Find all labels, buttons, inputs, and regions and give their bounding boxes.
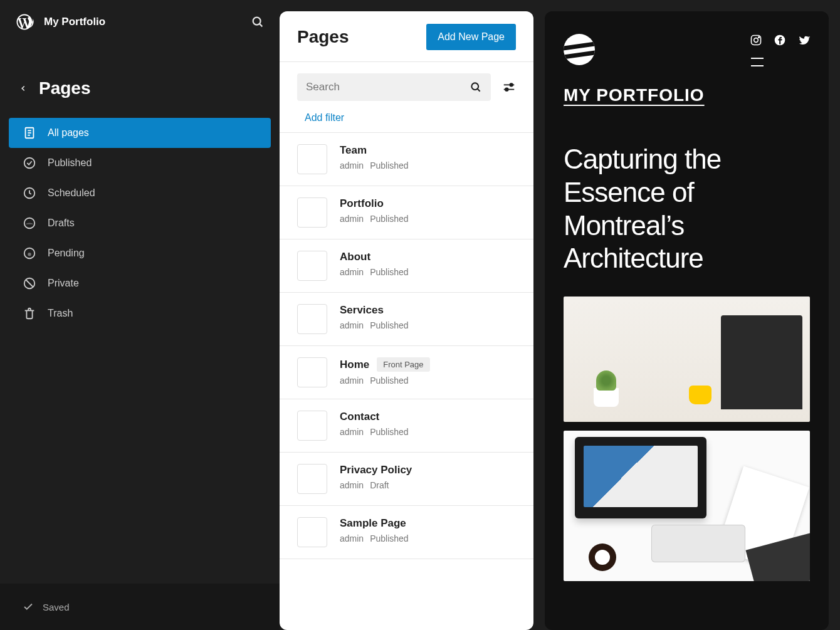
twitter-icon[interactable] [797,34,810,46]
page-badge: Front Page [377,357,429,372]
page-thumbnail [297,517,327,547]
no-entry-icon [23,276,36,290]
check-circle-icon [23,156,36,170]
search-input[interactable] [306,81,470,93]
page-author: admin [340,160,364,171]
page-author: admin [340,427,364,437]
sidebar-item-label: All pages [48,127,89,139]
sidebar-item-label: Pending [48,248,85,259]
status-footer: Saved [0,584,280,630]
sidebar-item-label: Published [48,157,92,169]
clock-icon [23,186,36,200]
svg-point-20 [754,38,759,43]
preview-header: MY PORTFOLIO [545,11,829,112]
search-box[interactable] [297,73,491,101]
page-list-item[interactable]: Team admin Published [280,133,533,186]
sidebar-nav: All pages Published Scheduled Drafts Pen… [0,114,280,332]
half-circle-icon [23,216,36,230]
page-item-title: Services [340,304,384,317]
page-item-title: Home [340,359,369,371]
svg-point-18 [505,88,508,91]
sidebar-item-label: Private [48,278,79,289]
page-list-item[interactable]: Services admin Published [280,293,533,346]
add-filter-link[interactable]: Add filter [297,101,516,132]
page-item-title: About [340,251,370,263]
svg-line-1 [260,24,262,26]
wordpress-logo-icon[interactable] [15,13,34,31]
page-author: admin [340,214,364,224]
svg-point-10 [28,253,31,256]
check-icon [23,601,34,612]
page-list-item[interactable]: Portfolio admin Published [280,186,533,239]
page-item-title: Team [340,144,367,157]
breadcrumb: Pages [0,44,280,114]
page-list-item[interactable]: Privacy Policy admin Draft [280,453,533,506]
sidebar-item-trash[interactable]: Trash [9,298,271,328]
document-icon [23,126,36,140]
status-label: Saved [43,602,70,612]
page-status: Published [370,427,409,437]
sidebar-item-pending[interactable]: Pending [9,238,271,268]
page-item-title: Portfolio [340,197,384,210]
page-author: admin [340,375,364,386]
back-icon[interactable] [19,84,28,93]
page-thumbnail [297,197,327,228]
page-list-item[interactable]: Home Front Page admin Published [280,346,533,399]
page-author: admin [340,480,364,490]
panel-title: Pages [297,27,349,47]
search-icon[interactable] [470,81,482,93]
page-status: Published [370,375,409,386]
svg-point-13 [471,83,478,90]
sidebar-item-private[interactable]: Private [9,268,271,298]
sidebar-item-label: Scheduled [48,187,95,199]
sidebar: My Portfolio Pages All pages Published S… [0,0,280,630]
pages-panel: Pages Add New Page Add filter Team admin… [280,11,533,630]
page-list-item[interactable]: Contact admin Published [280,399,533,453]
panel-tools: Add filter [280,62,533,132]
page-author: admin [340,533,364,543]
page-item-title: Privacy Policy [340,464,412,476]
preview-brand[interactable]: MY PORTFOLIO [564,85,810,105]
page-thumbnail [297,357,327,387]
page-thumbnail [297,304,327,334]
topbar: My Portfolio [0,0,280,44]
sidebar-item-scheduled[interactable]: Scheduled [9,178,271,208]
site-title[interactable]: My Portfolio [44,16,241,28]
preview-pane[interactable]: MY PORTFOLIO Capturing the Essence of Mo… [545,11,829,630]
preview-headline: Capturing the Essence of Montreal’s Arch… [545,112,829,288]
page-author: admin [340,320,364,330]
svg-point-0 [253,18,261,25]
page-title: Pages [39,78,91,98]
page-author: admin [340,267,364,277]
sidebar-item-published[interactable]: Published [9,148,271,178]
global-search-icon[interactable] [251,15,265,29]
add-new-page-button[interactable]: Add New Page [426,24,516,50]
pending-icon [23,246,36,260]
page-thumbnail [297,144,327,174]
pages-list: Team admin Published Portfolio admin Pub… [280,132,533,559]
svg-line-12 [26,280,33,287]
page-status: Published [370,267,409,277]
page-thumbnail [297,251,327,281]
sidebar-item-all-pages[interactable]: All pages [9,118,271,148]
filter-settings-icon[interactable] [502,80,516,94]
svg-point-17 [510,83,513,87]
preview-image-2 [564,431,810,581]
page-thumbnail [297,411,327,441]
page-item-title: Contact [340,411,379,423]
page-list-item[interactable]: Sample Page admin Published [280,506,533,559]
page-status: Published [370,533,409,543]
sidebar-item-label: Drafts [48,218,75,229]
preview-site-logo-icon[interactable] [564,34,595,65]
menu-icon[interactable] [750,56,810,70]
social-links [750,34,810,46]
trash-icon [23,307,36,320]
instagram-icon[interactable] [750,34,762,46]
sidebar-item-drafts[interactable]: Drafts [9,208,271,238]
svg-point-21 [759,37,760,38]
preview-image-1 [564,297,810,422]
facebook-icon[interactable] [774,34,786,46]
page-status: Draft [370,480,389,490]
page-list-item[interactable]: About admin Published [280,239,533,293]
panel-header: Pages Add New Page [280,11,533,62]
